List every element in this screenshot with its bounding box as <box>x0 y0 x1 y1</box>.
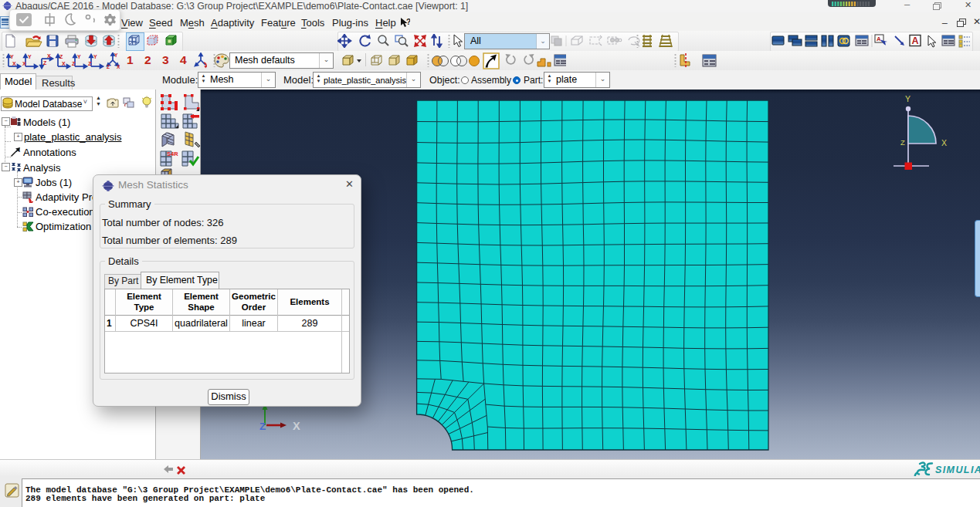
svg-text:Y: Y <box>77 54 81 59</box>
svg-text:Z: Z <box>43 60 47 66</box>
svg-text:X: X <box>47 53 51 59</box>
svg-text:A: A <box>912 35 919 46</box>
svg-text:Y: Y <box>905 94 910 103</box>
svg-text:X: X <box>117 64 120 69</box>
svg-text:Z: Z <box>88 61 92 66</box>
svg-text:Z: Z <box>72 61 76 66</box>
svg-text:SIMULIA: SIMULIA <box>935 465 980 475</box>
svg-text:A: A <box>877 35 881 42</box>
svg-text:A: A <box>15 147 20 154</box>
svg-text:?: ? <box>406 18 410 26</box>
svg-text:X: X <box>12 61 16 66</box>
svg-text:X: X <box>22 61 26 66</box>
svg-text:Y: Y <box>28 54 32 59</box>
svg-text:Z: Z <box>107 64 110 69</box>
svg-text:X: X <box>293 420 300 432</box>
svg-text:Y: Y <box>10 54 14 59</box>
svg-text:Z: Z <box>259 421 266 432</box>
svg-text:Y: Y <box>93 54 97 59</box>
svg-text:Z: Z <box>59 54 63 59</box>
svg-text:S4R: S4R <box>167 150 178 157</box>
svg-text:Y: Y <box>114 52 118 58</box>
svg-text:X: X <box>941 138 947 147</box>
svg-text:Z: Z <box>900 138 905 147</box>
svg-text:X: X <box>62 61 66 66</box>
